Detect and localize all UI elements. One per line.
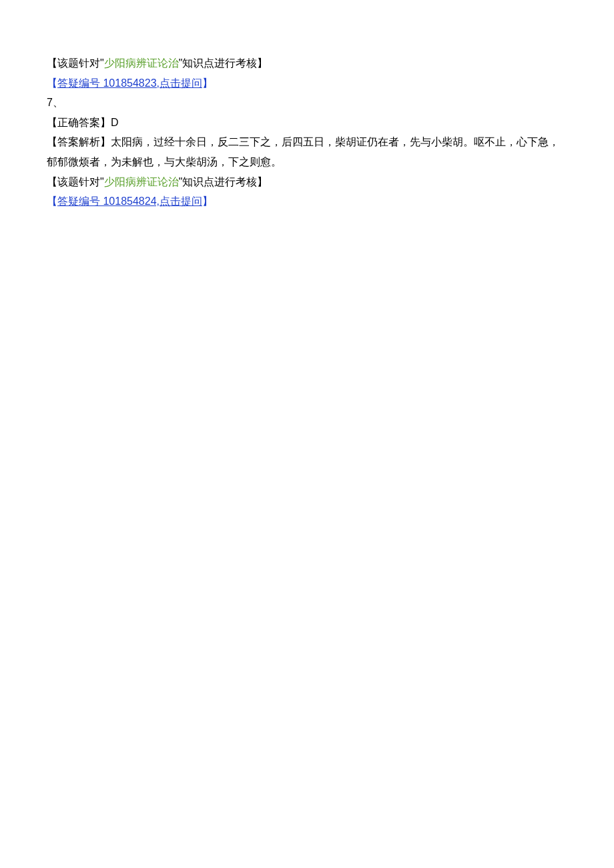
- answer-ref-link[interactable]: 答疑编号 101854823,点击提问: [57, 77, 202, 89]
- ref-close: 】: [202, 195, 213, 207]
- answer-explanation: 【答案解析】太阳病，过经十余日，反二三下之，后四五日，柴胡证仍在者，先与小柴胡。…: [47, 132, 567, 171]
- topic-name: 少阳病辨证论治: [104, 57, 179, 69]
- correct-answer: 【正确答案】D: [47, 113, 567, 133]
- explain-label: 【答案解析】: [47, 136, 111, 147]
- tag-prefix: 【该题针对": [47, 57, 104, 69]
- answer-ref-line: 【答疑编号 101854823,点击提问】: [47, 73, 567, 93]
- ref-open: 【: [47, 195, 57, 207]
- tag-prefix: 【该题针对": [47, 176, 104, 187]
- topic-tag: 【该题针对"少阳病辨证论治"知识点进行考核】: [47, 172, 567, 192]
- answer-ref-link[interactable]: 答疑编号 101854824,点击提问: [57, 195, 202, 207]
- question-number: 7、: [47, 93, 567, 113]
- ref-open: 【: [47, 77, 57, 89]
- explain-text: 太阳病，过经十余日，反二三下之，后四五日，柴胡证仍在者，先与小柴胡。呕不止，心下…: [47, 136, 559, 167]
- answer-value: D: [111, 117, 119, 128]
- page-body: 【该题针对"少阳病辨证论治"知识点进行考核】 【答疑编号 101854823,点…: [0, 0, 614, 238]
- topic-tag: 【该题针对"少阳病辨证论治"知识点进行考核】: [47, 53, 567, 73]
- ref-close: 】: [202, 77, 213, 89]
- answer-ref-line: 【答疑编号 101854824,点击提问】: [47, 191, 567, 211]
- topic-name: 少阳病辨证论治: [104, 176, 179, 187]
- tag-suffix: "知识点进行考核】: [179, 176, 268, 187]
- answer-label: 【正确答案】: [47, 117, 111, 128]
- tag-suffix: "知识点进行考核】: [179, 57, 268, 69]
